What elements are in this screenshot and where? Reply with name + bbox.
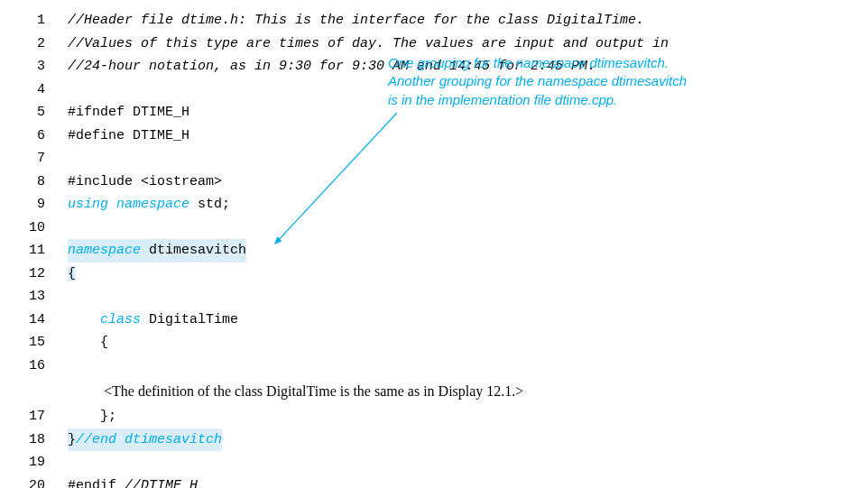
code-text: using namespace std; — [68, 193, 230, 216]
line-number: 11 — [18, 239, 45, 262]
line-number: 9 — [18, 193, 45, 216]
line-number: 15 — [18, 331, 45, 354]
code-line: 20 #endif //DTIME_H — [18, 474, 850, 488]
code-line: 13 — [18, 285, 850, 308]
line-number: 10 — [18, 216, 45, 240]
inline-note: <The definition of the class DigitalTime… — [18, 379, 850, 403]
highlighted-code: { — [68, 266, 76, 281]
code-line: 10 — [18, 216, 850, 240]
line-number: 14 — [18, 308, 45, 332]
keyword-class: class — [100, 312, 141, 327]
line-number: 13 — [18, 285, 45, 308]
code-line: 2 //Values of this type are times of day… — [18, 32, 850, 56]
code-text: #include <iostream> — [68, 170, 222, 194]
code-line: 11 namespace dtimesavitch — [18, 239, 850, 262]
code-text: class DigitalTime — [68, 308, 238, 332]
code-text: #endif //DTIME_H — [68, 474, 198, 488]
highlighted-code: }//end dtimesavitch — [68, 428, 222, 452]
code-comment: //Values of this type are times of day. … — [68, 32, 669, 56]
code-line: 14 class DigitalTime — [18, 308, 850, 332]
code-text: }; — [68, 405, 116, 428]
annotation-line: Another grouping for the namespace dtime… — [388, 72, 687, 90]
code-text: #ifndef DTIME_H — [68, 101, 189, 124]
line-number: 3 — [18, 55, 45, 78]
keyword-namespace: namespace — [68, 243, 141, 258]
code-line: 16 — [18, 354, 850, 378]
line-number: 7 — [18, 147, 45, 170]
code-line: 12 { — [18, 262, 850, 286]
code-text: }; — [100, 409, 116, 424]
annotation-line: One grouping for the namespace dtimesavi… — [388, 54, 687, 72]
code-line: 15 { — [18, 331, 850, 354]
code-text: dtimesavitch — [141, 243, 246, 258]
line-number: 2 — [18, 32, 45, 56]
indent — [68, 409, 100, 424]
code-line: 1 //Header file dtime.h: This is the int… — [18, 9, 850, 32]
line-number: 19 — [18, 451, 45, 474]
line-number: 20 — [18, 474, 45, 488]
code-line: 6 #define DTIME_H — [18, 124, 850, 148]
code-line: 19 — [18, 451, 850, 474]
annotation-line: is in the implementation file dtime.cpp. — [388, 91, 687, 109]
line-number: 12 — [18, 262, 45, 286]
code-comment: //DTIME_H — [125, 478, 198, 488]
code-text: DigitalTime — [141, 312, 238, 327]
line-number: 18 — [18, 428, 45, 452]
indent — [68, 335, 100, 350]
code-text: } — [68, 432, 76, 447]
code-text: #endif — [68, 478, 125, 488]
line-number: 8 — [18, 170, 45, 194]
line-number: 1 — [18, 9, 45, 32]
code-text: { — [68, 262, 76, 286]
indent — [68, 312, 100, 327]
code-line: 18 }//end dtimesavitch — [18, 428, 850, 452]
code-text: std; — [189, 197, 230, 212]
code-comment: //end dtimesavitch — [76, 432, 222, 447]
annotation-text: One grouping for the namespace dtimesavi… — [388, 54, 687, 109]
code-text: { — [68, 331, 108, 354]
highlighted-code: namespace dtimesavitch — [68, 239, 246, 262]
line-number: 5 — [18, 101, 45, 124]
code-comment: //Header file dtime.h: This is the inter… — [68, 9, 644, 32]
code-line: 9 using namespace std; — [18, 193, 850, 216]
code-line: 8 #include <iostream> — [18, 170, 850, 194]
code-line: 7 — [18, 147, 850, 170]
code-text: #define DTIME_H — [68, 124, 189, 148]
code-text: { — [100, 335, 108, 350]
line-number: 17 — [18, 405, 45, 428]
keyword-using-namespace: using namespace — [68, 197, 189, 212]
line-number: 6 — [18, 124, 45, 148]
line-number: 4 — [18, 78, 45, 102]
line-number: 16 — [18, 354, 45, 378]
code-line: 17 }; — [18, 405, 850, 428]
